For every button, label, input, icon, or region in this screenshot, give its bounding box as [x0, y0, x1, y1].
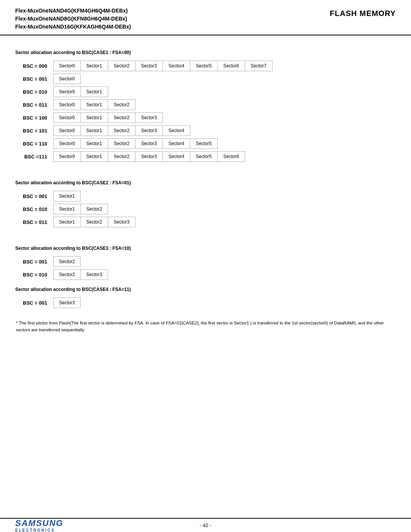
sectors-group: Sector0Sector1Sector2Sector3Sector4Secto…: [53, 61, 272, 71]
sector-cell: Sector0: [53, 61, 81, 71]
sector-cell: Sector3: [135, 138, 163, 149]
bsc-label: BSC = 010: [15, 272, 53, 278]
sector-cell: Sector2: [108, 61, 135, 71]
sector-cell: Sector2: [108, 151, 135, 162]
bsc-label: BSC = 100: [15, 115, 53, 121]
title-line3: Flex-MuxOneNAND16G(KFKAGH6Q4M-DEBx): [15, 23, 131, 31]
sector-cell: Sector2: [108, 138, 135, 149]
sector-cell: Sector6: [218, 61, 245, 71]
bsc-row: BSC = 101Sector0Sector1Sector2Sector3Sec…: [15, 125, 396, 136]
sector-cell: Sector2: [108, 112, 135, 123]
case1-rows: BSC = 000Sector0Sector1Sector2Sector3Sec…: [15, 61, 396, 162]
sector-cell: Sector3: [53, 297, 81, 308]
case3-rows: BSC = 001Sector2BSC = 010Sector2Sector3: [15, 256, 396, 280]
bsc-label: BSC = 101: [15, 128, 53, 134]
bsc-label: BSC = 011: [15, 102, 53, 108]
sector-cell: Sector3: [108, 217, 135, 227]
sectors-group: Sector1Sector2: [53, 204, 108, 214]
sector-cell: Sector1: [81, 125, 108, 136]
bsc-row: BSC = 010Sector1Sector2: [15, 204, 396, 214]
case4-section: Sector allocation according to BSC(CASE4…: [15, 287, 396, 308]
bsc-label: BSC = 010: [15, 89, 53, 95]
sector-cell: Sector5: [190, 138, 218, 149]
bsc-row: BSC = 100Sector0Sector1Sector2Sector3: [15, 112, 396, 123]
sectors-group: Sector2Sector3: [53, 269, 108, 280]
sector-cell: Sector2: [81, 204, 108, 214]
title-line2: Flex-MuxOneNAND8G(KFN8GH6Q4M-DEBx): [15, 15, 131, 23]
sector-cell: Sector1: [53, 191, 81, 201]
sector-cell: Sector0: [53, 73, 81, 84]
sector-cell: Sector3: [81, 269, 108, 280]
footnote: * The first sector from Flash(The first …: [15, 320, 396, 334]
sector-cell: Sector0: [53, 86, 81, 97]
case2-rows: BSC = 001Sector1BSC = 010Sector1Sector2B…: [15, 191, 396, 227]
sector-cell: Sector2: [53, 269, 81, 280]
sectors-group: Sector0Sector1Sector2Sector3: [53, 112, 163, 123]
flash-memory-label: FLASH MEMORY: [330, 7, 396, 18]
header-title: Flex-MuxOneNAND4G(KFM4GH6Q4M-DEBx) Flex-…: [15, 7, 131, 31]
sectors-group: Sector3: [53, 297, 81, 308]
spacer1: [15, 164, 396, 173]
bsc-row: BSC = 001Sector1: [15, 191, 396, 201]
page-number: - 42 -: [200, 522, 211, 528]
sector-cell: Sector3: [135, 151, 163, 162]
spacer2: [15, 230, 396, 239]
sector-cell: Sector4: [163, 61, 190, 71]
sector-cell: Sector5: [190, 151, 218, 162]
bsc-row: BSC = 011Sector0Sector1Sector2: [15, 99, 396, 110]
electronics-label: ELECTRONICS: [15, 528, 55, 532]
content: Sector allocation according to BSC(CASE1…: [0, 35, 411, 518]
case4-title: Sector allocation according to BSC(CASE4…: [15, 287, 396, 292]
sector-cell: Sector3: [135, 112, 163, 123]
sectors-group: Sector0: [53, 73, 81, 84]
sector-cell: Sector1: [81, 151, 108, 162]
sector-cell: Sector1: [81, 138, 108, 149]
sector-cell: Sector4: [163, 138, 190, 149]
sector-cell: Sector0: [53, 112, 81, 123]
bsc-row: BSC = 001Sector0: [15, 73, 396, 84]
sectors-group: Sector0Sector1Sector2Sector3Sector4Secto…: [53, 151, 245, 162]
sectors-group: Sector2: [53, 256, 81, 267]
bsc-row: BSC = 010Sector2Sector3: [15, 269, 396, 280]
sector-cell: Sector0: [53, 151, 81, 162]
sector-cell: Sector2: [81, 217, 108, 227]
sector-cell: Sector2: [108, 99, 135, 110]
sectors-group: Sector0Sector1Sector2Sector3Sector4Secto…: [53, 138, 218, 149]
bsc-label: BSC = 110: [15, 141, 53, 147]
bsc-row: BSC = 110Sector0Sector1Sector2Sector3Sec…: [15, 138, 396, 149]
case2-section: Sector allocation according to BSC(CASE2…: [15, 180, 396, 227]
sector-cell: Sector0: [53, 99, 81, 110]
bsc-label: BSC =111: [15, 154, 53, 160]
bsc-row: BSC = 000Sector0Sector1Sector2Sector3Sec…: [15, 61, 396, 71]
case4-rows: BSC = 001Sector3: [15, 297, 396, 308]
sectors-group: Sector0Sector1Sector2Sector3Sector4: [53, 125, 190, 136]
bsc-label: BSC = 001: [15, 300, 53, 306]
sector-cell: Sector1: [53, 204, 81, 214]
sector-cell: Sector0: [53, 138, 81, 149]
bsc-row: BSC = 010Sector0Sector1: [15, 86, 396, 97]
case1-title: Sector allocation according to BSC(CASE1…: [15, 50, 396, 55]
sector-cell: Sector1: [81, 112, 108, 123]
bsc-label: BSC = 001: [15, 259, 53, 265]
sector-cell: Sector0: [53, 125, 81, 136]
sector-cell: Sector3: [135, 125, 163, 136]
samsung-logo: SAMSUNG: [15, 518, 63, 528]
sector-cell: Sector4: [163, 151, 190, 162]
case3-section: Sector allocation according to BSC(CASE3…: [15, 246, 396, 280]
bsc-label: BSC = 001: [15, 193, 53, 199]
sector-cell: Sector3: [135, 61, 163, 71]
page: Flex-MuxOneNAND4G(KFM4GH6Q4M-DEBx) Flex-…: [0, 0, 411, 532]
sector-cell: Sector1: [53, 217, 81, 227]
sectors-group: Sector1: [53, 191, 81, 201]
sector-cell: Sector2: [108, 125, 135, 136]
bsc-label: BSC = 001: [15, 76, 53, 82]
sector-cell: Sector1: [81, 86, 108, 97]
case2-title: Sector allocation according to BSC(CASE2…: [15, 180, 396, 185]
bsc-row: BSC = 001Sector3: [15, 297, 396, 308]
bsc-row: BSC = 011Sector1Sector2Sector3: [15, 217, 396, 227]
sectors-group: Sector1Sector2Sector3: [53, 217, 135, 227]
bsc-label: BSC = 010: [15, 206, 53, 212]
sector-cell: Sector1: [81, 61, 108, 71]
sector-cell: Sector7: [245, 61, 272, 71]
footer: SAMSUNG ELECTRONICS - 42 -: [0, 518, 411, 532]
